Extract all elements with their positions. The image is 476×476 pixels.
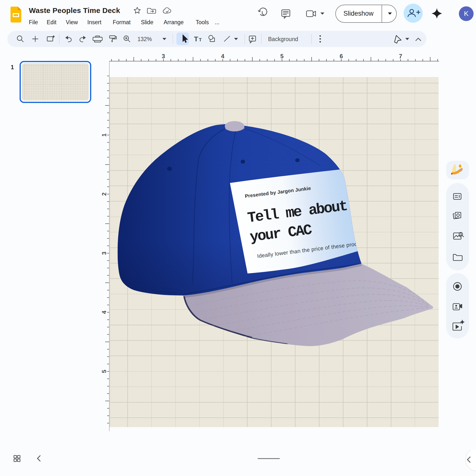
svg-text:3: 3 xyxy=(101,252,107,255)
svg-text:6: 6 xyxy=(340,53,343,59)
svg-text:1: 1 xyxy=(101,133,107,136)
svg-text:5: 5 xyxy=(101,370,107,373)
svg-text:4: 4 xyxy=(221,53,224,59)
svg-text:5: 5 xyxy=(280,53,284,59)
svg-text:4: 4 xyxy=(101,310,107,314)
svg-text:7: 7 xyxy=(399,53,402,59)
svg-text:2: 2 xyxy=(101,192,107,196)
svg-text:3: 3 xyxy=(162,53,165,59)
